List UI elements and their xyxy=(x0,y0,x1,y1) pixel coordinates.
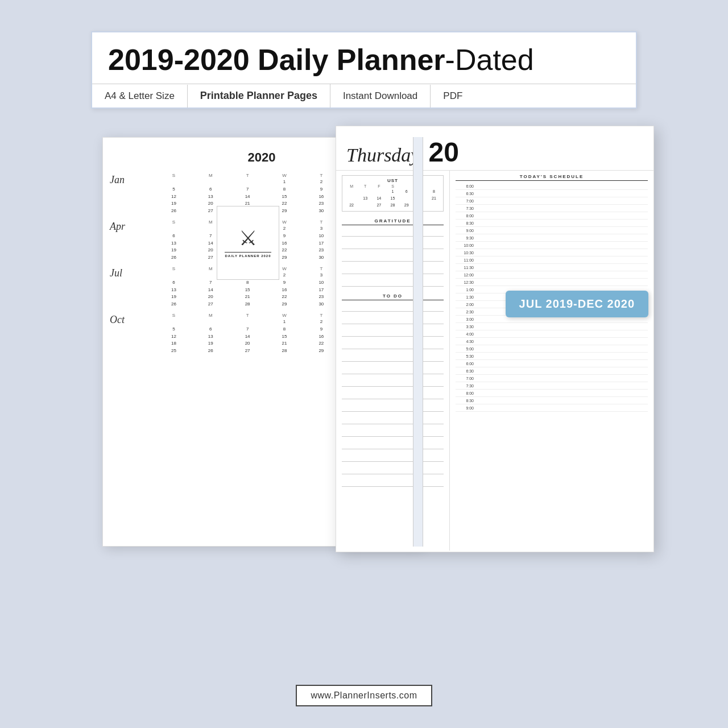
time-label: 11:00 xyxy=(456,258,476,262)
time-label: 3:00 xyxy=(456,317,476,321)
time-slot: 4:30 xyxy=(456,338,648,345)
product-title: 2019-2020 Daily Planner-Dated xyxy=(108,43,620,77)
website-url: www.PlannerInserts.com xyxy=(311,690,417,700)
month-name-apr: Apr xyxy=(110,220,155,233)
time-label: 4:00 xyxy=(456,332,476,336)
time-slot: 4:00 xyxy=(456,330,648,338)
todo-line xyxy=(342,304,444,312)
time-label: 12:30 xyxy=(456,280,476,284)
cover-image: ⚔ DAILY PLANNER 2020 xyxy=(217,206,279,280)
time-slot: 7:00 xyxy=(456,375,648,382)
todo-label: TO DO xyxy=(342,293,444,300)
todo-lines xyxy=(342,304,444,487)
time-slot: 8:30 xyxy=(456,220,648,227)
todo-line xyxy=(342,466,444,474)
gratitude-line xyxy=(342,241,444,249)
time-label: 3:30 xyxy=(456,325,476,329)
time-label: 6:00 xyxy=(456,362,476,366)
time-slot: 3:30 xyxy=(456,323,648,330)
daily-header: Thursday 20 xyxy=(336,126,653,171)
todo-line xyxy=(342,329,444,337)
time-slot: 9:00 xyxy=(456,227,648,234)
subtitle-pdf: PDF xyxy=(431,85,475,107)
time-slot: 7:30 xyxy=(456,382,648,390)
time-label: 8:30 xyxy=(456,221,476,225)
time-slot: 8:00 xyxy=(456,212,648,220)
left-panel: UST MTFS 1 678 131415 202122 272829 GRAT… xyxy=(336,171,450,551)
mini-month-header: MTFS xyxy=(345,184,441,188)
time-slot: 10:30 xyxy=(456,249,648,257)
time-label: 2:00 xyxy=(456,303,476,307)
todo-line xyxy=(342,391,444,399)
website-footer: www.PlannerInserts.com xyxy=(296,685,432,706)
title-text: 2019-2020 Daily Planner xyxy=(108,43,445,76)
time-slot: 6:30 xyxy=(456,367,648,375)
preview-area: 2020 Jan SMTWTFS 1234 567891011 12131415… xyxy=(85,126,643,569)
cover-title: DAILY PLANNER 2020 xyxy=(225,252,271,258)
daily-planner-page: Thursday 20 UST MTFS 1 678 131415 202122… xyxy=(336,126,654,552)
time-label: 10:30 xyxy=(456,251,476,255)
todo-section: TO DO xyxy=(342,293,444,546)
todo-line xyxy=(342,429,444,437)
month-name-jul: Jul xyxy=(110,266,155,279)
gratitude-line xyxy=(342,266,444,274)
time-label: 7:30 xyxy=(456,206,476,210)
time-label: 7:00 xyxy=(456,199,476,203)
arrows-icon: ⚔ xyxy=(239,228,257,249)
gratitude-label: GRATITUDE xyxy=(342,218,444,225)
time-label: 8:00 xyxy=(456,391,476,395)
time-label: 5:00 xyxy=(456,347,476,351)
time-label: 11:30 xyxy=(456,266,476,270)
todo-line xyxy=(342,379,444,387)
subtitle-download: Instant Download xyxy=(330,85,431,107)
mini-month-grid: 1 678 131415 202122 272829 xyxy=(345,188,441,209)
time-slot: 8:00 xyxy=(456,390,648,397)
gratitude-line xyxy=(342,279,444,287)
time-label: 6:30 xyxy=(456,192,476,196)
todo-line xyxy=(342,479,444,487)
time-label: 8:00 xyxy=(456,214,476,218)
day-name: Thursday xyxy=(346,144,419,166)
time-label: 12:00 xyxy=(456,273,476,277)
time-label: 9:30 xyxy=(456,236,476,240)
todo-line xyxy=(342,354,444,362)
subtitle-printable: Printable Planner Pages xyxy=(188,84,330,107)
time-label: 6:30 xyxy=(456,369,476,373)
time-slot: 12:00 xyxy=(456,271,648,279)
todo-line xyxy=(342,441,444,449)
header-banner: 2019-2020 Daily Planner-Dated A4 & Lette… xyxy=(91,31,637,109)
time-label: 7:30 xyxy=(456,384,476,388)
time-slot: 6:30 xyxy=(456,190,648,197)
time-label: 7:00 xyxy=(456,377,476,380)
time-slot: 5:00 xyxy=(456,345,648,353)
gratitude-section: GRATITUDE xyxy=(342,218,444,287)
time-label: 9:00 xyxy=(456,229,476,233)
time-slot: 7:30 xyxy=(456,205,648,212)
todo-line xyxy=(342,454,444,462)
month-name-oct: Oct xyxy=(110,313,155,326)
time-slot: 11:30 xyxy=(456,264,648,271)
time-slot: 8:30 xyxy=(456,397,648,404)
time-label: 4:30 xyxy=(456,340,476,344)
time-slot: 11:00 xyxy=(456,257,648,264)
time-slot: 12:30 xyxy=(456,279,648,286)
time-label: 1:30 xyxy=(456,295,476,299)
subtitle-size: A4 & Letter Size xyxy=(92,85,188,107)
title-suffix: -Dated xyxy=(445,43,534,76)
time-slot: 5:30 xyxy=(456,353,648,360)
time-slot: 7:00 xyxy=(456,197,648,205)
book-spine xyxy=(413,137,423,547)
header-title-row: 2019-2020 Daily Planner-Dated xyxy=(92,32,636,84)
time-slot: 10:00 xyxy=(456,242,648,249)
time-slot: 9:30 xyxy=(456,234,648,242)
gratitude-lines xyxy=(342,229,444,287)
time-label: 5:30 xyxy=(456,354,476,358)
todo-line xyxy=(342,341,444,349)
schedule-title: TODAY'S SCHEDULE xyxy=(456,174,648,181)
time-label: 1:00 xyxy=(456,288,476,292)
gratitude-line xyxy=(342,229,444,237)
time-slot: 6:00 xyxy=(456,183,648,190)
daily-content: UST MTFS 1 678 131415 202122 272829 GRAT… xyxy=(336,171,653,551)
mini-month-title: UST xyxy=(345,178,441,183)
header-subtitle-row: A4 & Letter Size Printable Planner Pages… xyxy=(92,84,636,107)
